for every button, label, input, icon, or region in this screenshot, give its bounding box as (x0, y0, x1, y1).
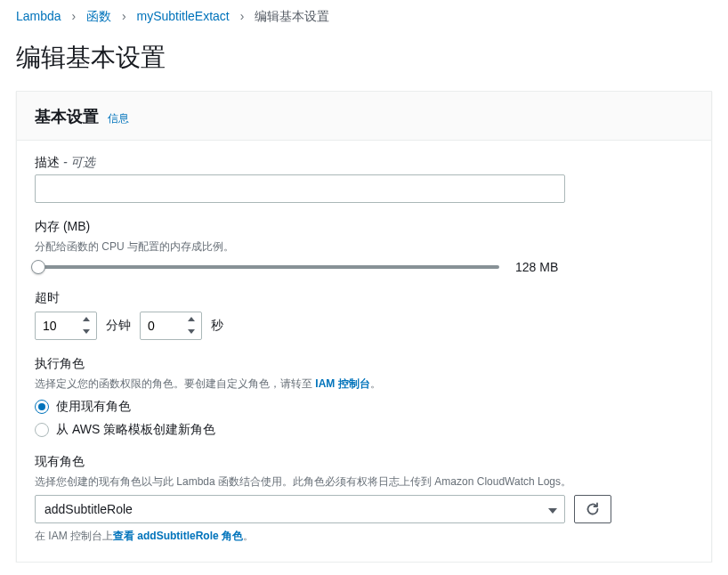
execution-role-label: 执行角色 (35, 356, 693, 372)
refresh-button[interactable] (574, 495, 611, 523)
panel-header: 基本设置 信息 (17, 92, 711, 141)
seconds-increment-button[interactable] (186, 313, 197, 324)
seconds-unit: 秒 (211, 318, 223, 334)
caret-down-icon (548, 502, 557, 516)
existing-role-selected: addSubtitleRole (44, 502, 133, 516)
memory-field: 内存 (MB) 分配给函数的 CPU 与配置的内存成比例。 128 MB (35, 219, 693, 274)
existing-role-field: 现有角色 选择您创建的现有角色以与此 Lambda 函数结合使用。此角色必须有权… (35, 454, 693, 544)
breadcrumb-lambda[interactable]: Lambda (16, 9, 61, 23)
view-role-link[interactable]: 查看 addSubtitleRole 角色 (113, 530, 243, 542)
minutes-unit: 分钟 (106, 318, 131, 334)
chevron-down-icon (188, 329, 195, 334)
radio-existing-label: 使用现有角色 (56, 399, 131, 415)
minutes-decrement-button[interactable] (81, 326, 92, 336)
existing-role-label: 现有角色 (35, 454, 693, 470)
existing-role-select[interactable]: addSubtitleRole (35, 495, 565, 523)
timeout-field: 超时 分钟 (35, 290, 693, 340)
description-label: 描述 - 可选 (35, 155, 693, 171)
page-title: 编辑基本设置 (0, 34, 728, 91)
chevron-up-icon (83, 317, 90, 321)
memory-slider[interactable] (35, 265, 499, 269)
slider-thumb[interactable] (31, 260, 45, 274)
breadcrumb-functions[interactable]: 函数 (86, 9, 111, 23)
execution-role-hint: 选择定义您的函数权限的角色。要创建自定义角色，请转至 IAM 控制台。 (35, 376, 693, 392)
breadcrumb: Lambda › 函数 › mySubtitleExtact › 编辑基本设置 (0, 0, 728, 34)
chevron-down-icon (83, 329, 90, 334)
timeout-label: 超时 (35, 290, 693, 306)
memory-label: 内存 (MB) (35, 219, 693, 235)
refresh-icon (586, 502, 600, 516)
radio-unchecked-icon (35, 423, 49, 437)
radio-template-label: 从 AWS 策略模板创建新角色 (56, 422, 215, 438)
chevron-up-icon (188, 317, 195, 321)
breadcrumb-function-name[interactable]: mySubtitleExtact (137, 9, 230, 23)
memory-hint: 分配给函数的 CPU 与配置的内存成比例。 (35, 239, 693, 255)
seconds-decrement-button[interactable] (186, 326, 197, 336)
chevron-right-icon: › (71, 9, 76, 23)
chevron-right-icon: › (122, 9, 126, 23)
breadcrumb-current: 编辑基本设置 (255, 9, 329, 23)
iam-view-info: 在 IAM 控制台上查看 addSubtitleRole 角色。 (35, 529, 693, 544)
radio-create-from-template[interactable]: 从 AWS 策略模板创建新角色 (35, 422, 693, 438)
iam-console-link[interactable]: IAM 控制台 (315, 377, 369, 390)
description-input[interactable] (35, 174, 565, 203)
info-link[interactable]: 信息 (108, 111, 129, 126)
execution-role-field: 执行角色 选择定义您的函数权限的角色。要创建自定义角色，请转至 IAM 控制台。… (35, 356, 693, 438)
basic-settings-panel: 基本设置 信息 描述 - 可选 内存 (MB) 分配给函数的 CPU 与配置的内… (16, 91, 712, 563)
chevron-right-icon: › (240, 9, 245, 23)
radio-use-existing-role[interactable]: 使用现有角色 (35, 399, 693, 415)
memory-value: 128 MB (515, 260, 558, 274)
existing-role-hint: 选择您创建的现有角色以与此 Lambda 函数结合使用。此角色必须有权将日志上传… (35, 474, 693, 490)
radio-checked-icon (35, 400, 49, 414)
description-field: 描述 - 可选 (35, 155, 693, 203)
minutes-increment-button[interactable] (81, 313, 92, 324)
panel-title: 基本设置 (35, 106, 99, 127)
